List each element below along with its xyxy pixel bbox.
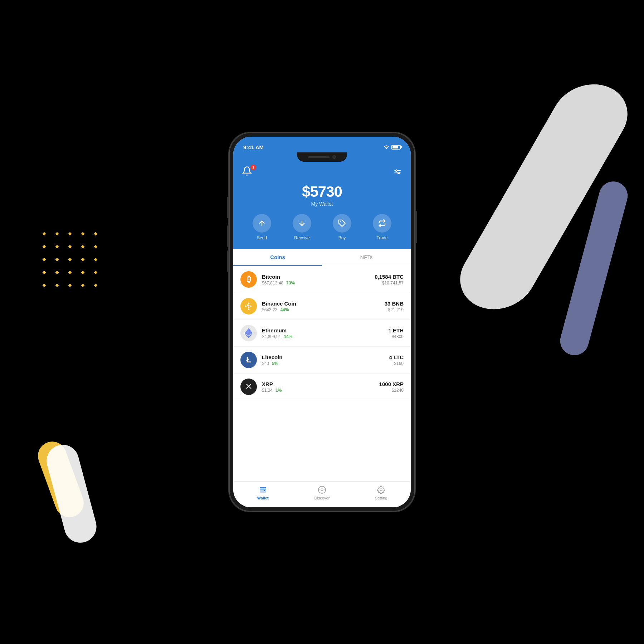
discover-nav-icon [317,485,327,494]
ltc-holding: 4 LTC $160 [389,354,404,366]
coin-row-bnb[interactable]: Binance Coin $643,23 44% 33 BNB $21,219 [233,293,411,320]
bnb-value: $21,219 [385,307,404,312]
battery-icon [391,145,401,150]
btc-price: $67,813,48 [262,280,283,286]
buy-icon-circle [333,214,351,233]
notch-area [233,152,411,163]
xrp-price: $1,24 [262,388,273,393]
xrp-value: $1240 [379,388,404,393]
speaker [308,156,330,158]
receive-label: Receive [294,235,309,240]
xrp-price-row: $1,24 1% [262,388,379,393]
xrp-holding: 1000 XRP $1240 [379,381,404,393]
nav-discover[interactable]: Discover [292,485,351,500]
send-button[interactable]: Send [253,214,271,240]
xrp-change: 1% [275,388,282,393]
btc-info: Bitcoin $67,813,48 73% [262,274,375,286]
ltc-icon: Ł [240,352,257,368]
coin-row-xrp[interactable]: XRP $1,24 1% 1000 XRP $1240 [233,374,411,400]
eth-value: $4809 [388,334,404,339]
send-icon-circle [253,214,271,233]
discover-nav-label: Discover [314,496,330,500]
wifi-icon [384,145,389,150]
camera [332,155,336,159]
trade-button[interactable]: Trade [373,214,391,240]
nav-setting[interactable]: Setting [352,485,411,500]
ltc-price-row: $40 5% [262,361,389,366]
btc-amount: 0,1584 BTC [375,274,404,280]
bnb-info: Binance Coin $643,23 44% [262,301,385,312]
header-top-row: 2 [242,166,402,179]
ltc-amount: 4 LTC [389,354,404,360]
ltc-price: $40 [262,361,269,366]
btc-price-row: $67,813,48 73% [262,280,375,286]
coin-row-ltc[interactable]: Ł Litecoin $40 5% 4 LTC $160 [233,347,411,374]
ltc-change: 5% [272,361,278,366]
action-buttons: Send Receive [242,214,402,240]
phone-frame: 9:41 AM [229,132,415,512]
status-icons [384,145,401,150]
svg-point-0 [396,170,397,171]
balance-label: My Wallet [242,201,402,207]
svg-point-11 [321,489,323,491]
eth-amount: 1 ETH [388,327,404,333]
trade-label: Trade [377,235,388,240]
ltc-info: Litecoin $40 5% [262,354,389,366]
ltc-name: Litecoin [262,354,389,360]
trade-icon-circle [373,214,391,233]
bottom-nav: Wallet Discover [233,481,411,507]
coins-list: ₿ Bitcoin $67,813,48 73% 0,1584 BTC $10,… [233,266,411,481]
btc-name: Bitcoin [262,274,375,280]
svg-point-16 [380,489,382,491]
eth-price-row: $4,809,91 14% [262,334,388,339]
phone-screen: 9:41 AM [233,137,411,507]
nav-wallet[interactable]: Wallet [233,485,292,500]
eth-info: Ethereum $4,809,91 14% [262,327,388,339]
xrp-icon [240,379,257,395]
tab-coins[interactable]: Coins [233,249,322,266]
notch-inner [297,152,347,162]
eth-name: Ethereum [262,327,388,333]
status-bar: 9:41 AM [233,137,411,152]
coin-row-eth[interactable]: Ethereum $4,809,91 14% 1 ETH $4809 [233,320,411,347]
bnb-amount: 33 BNB [385,301,404,307]
notification-badge: 2 [250,165,256,170]
tab-nfts[interactable]: NFTs [322,249,411,266]
bnb-price: $643,23 [262,307,277,312]
bnb-icon [240,298,257,314]
wallet-nav-label: Wallet [257,496,269,500]
bnb-name: Binance Coin [262,301,385,307]
bnb-holding: 33 BNB $21,219 [385,301,404,312]
svg-rect-9 [264,490,265,491]
buy-button[interactable]: Buy [333,214,351,240]
coin-row-btc[interactable]: ₿ Bitcoin $67,813,48 73% 0,1584 BTC $10,… [233,266,411,293]
tabs-section: Coins NFTs [233,249,411,266]
decorative-dots [43,233,101,291]
btc-holding: 0,1584 BTC $10,741,57 [375,274,404,286]
svg-point-1 [398,172,399,174]
balance-amount: $5730 [242,183,402,200]
notification-button[interactable]: 2 [242,166,255,179]
eth-icon [240,325,257,341]
ltc-value: $160 [389,361,404,366]
wallet-nav-icon [258,485,268,494]
receive-icon-circle [293,214,311,233]
setting-nav-icon [376,485,386,494]
settings-filter-button[interactable] [393,167,402,178]
status-time: 9:41 AM [243,144,264,150]
xrp-name: XRP [262,381,379,387]
eth-change: 14% [284,334,292,339]
setting-nav-label: Setting [375,496,387,500]
send-label: Send [257,235,267,240]
btc-value: $10,741,57 [375,280,404,286]
eth-price: $4,809,91 [262,334,281,339]
buy-label: Buy [338,235,346,240]
header-section: 2 $5730 My Wallet [233,163,411,249]
xrp-amount: 1000 XRP [379,381,404,387]
btc-change: 73% [286,280,295,286]
bnb-price-row: $643,23 44% [262,307,385,312]
receive-button[interactable]: Receive [293,214,311,240]
eth-holding: 1 ETH $4809 [388,327,404,339]
xrp-info: XRP $1,24 1% [262,381,379,393]
balance-section: $5730 My Wallet [242,183,402,207]
